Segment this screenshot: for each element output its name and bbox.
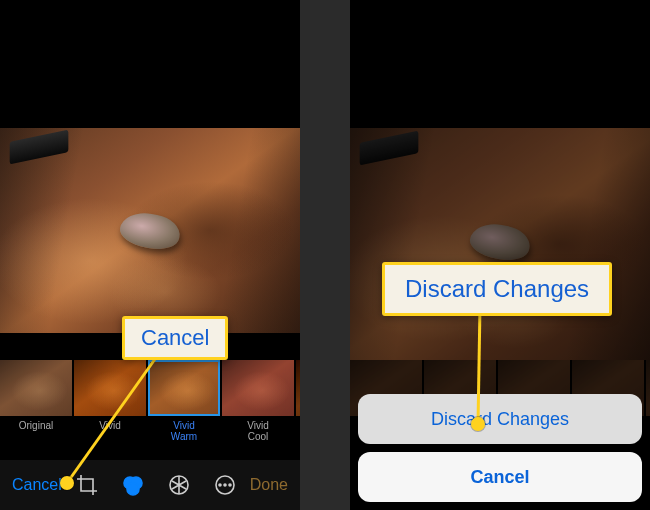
callout-dot: [471, 417, 485, 431]
panel-gap: [300, 0, 350, 510]
editor-toolbar: Cancel Done: [0, 460, 300, 510]
filter-vivid[interactable]: Vivid: [74, 360, 146, 431]
cancel-button[interactable]: Cancel: [12, 476, 62, 494]
discard-changes-button[interactable]: Discard Changes: [358, 394, 642, 444]
screenshot-left: Original Vivid Vivid Warm Vivid Cool Dra…: [0, 0, 300, 510]
filter-strip[interactable]: Original Vivid Vivid Warm Vivid Cool Dra…: [0, 360, 300, 450]
callout-dot: [60, 476, 74, 490]
filter-vivid-cool[interactable]: Vivid Cool: [222, 360, 294, 442]
more-icon[interactable]: [213, 473, 237, 497]
svg-point-5: [219, 484, 221, 486]
adjust-icon[interactable]: [167, 473, 191, 497]
done-button[interactable]: Done: [250, 476, 288, 494]
screenshot-right: Discard Changes Cancel Discard Changes: [350, 0, 650, 510]
tool-icons: [75, 473, 237, 497]
filters-icon[interactable]: [121, 473, 145, 497]
sheet-cancel-button[interactable]: Cancel: [358, 452, 642, 502]
filter-dramatic[interactable]: Dram: [296, 360, 300, 431]
filter-original[interactable]: Original: [0, 360, 72, 431]
svg-point-7: [229, 484, 231, 486]
comparison-container: Original Vivid Vivid Warm Vivid Cool Dra…: [0, 0, 650, 510]
callout-discard: Discard Changes: [382, 262, 612, 316]
crop-icon[interactable]: [75, 473, 99, 497]
filter-vivid-warm[interactable]: Vivid Warm: [148, 360, 220, 442]
action-sheet: Discard Changes Cancel: [358, 394, 642, 502]
editing-photo[interactable]: [0, 128, 300, 333]
callout-cancel: Cancel: [122, 316, 228, 360]
svg-point-6: [224, 484, 226, 486]
svg-point-2: [127, 483, 139, 495]
